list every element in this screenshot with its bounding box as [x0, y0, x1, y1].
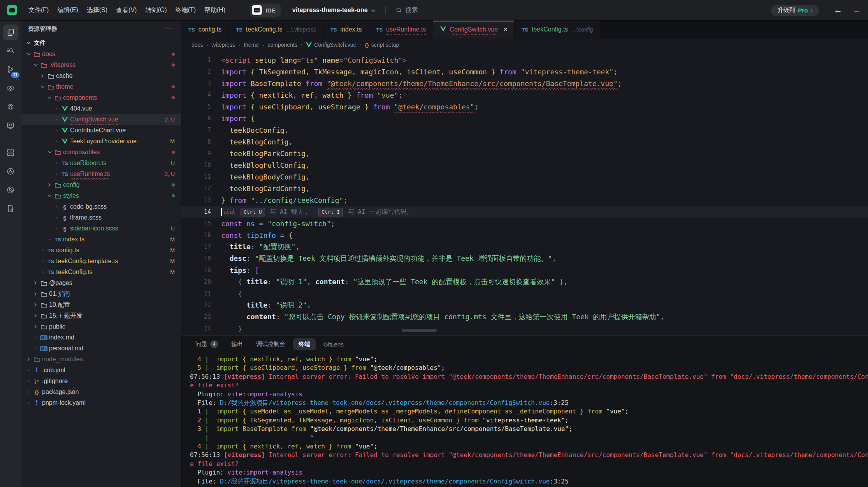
tree-item-config[interactable]: config	[21, 179, 181, 190]
tree-item-404.vue[interactable]: 404.vue	[21, 103, 181, 114]
code-editor[interactable]: 1<script setup lang="ts" name="ConfigSwi…	[181, 51, 868, 335]
tree-item-index.md[interactable]: M↓index.md	[21, 332, 181, 343]
breadcrumb-item-.vitepress[interactable]: .vitepress	[212, 42, 235, 48]
breadcrumb-item-script setup[interactable]: {}script setup	[365, 42, 399, 48]
tree-item-cache[interactable]: cache	[21, 70, 181, 81]
panel-tab-调试控制台[interactable]: 调试控制台	[251, 338, 291, 350]
breadcrumb-item-theme[interactable]: theme	[244, 42, 259, 48]
code-line-3[interactable]: 3import BaseTemplate from "@teek/compone…	[181, 77, 868, 89]
tree-item-index.ts[interactable]: TSindex.tsM	[21, 234, 181, 245]
upgrade-pro-button[interactable]: 升级到 Pro ›	[771, 5, 819, 16]
activity-gitlens-button[interactable]	[3, 182, 18, 198]
menu-item-6[interactable]: 帮助(H)	[200, 4, 230, 17]
tab-index.ts[interactable]: TSindex.ts	[323, 21, 369, 39]
code-line-12[interactable]: 12 teekBlogCardConfig,	[181, 183, 868, 194]
panel-tab-GitLens[interactable]: GitLens	[318, 339, 349, 350]
panel-tab-问题[interactable]: 问题4	[190, 338, 223, 350]
explorer-actions-icon[interactable]: ···	[165, 25, 174, 32]
tree-item-.gitignore[interactable]: .gitignore	[21, 376, 181, 387]
activity-preview-button[interactable]	[3, 81, 18, 96]
tree-item-.cnb.yml[interactable]: !.cnb.yml	[21, 365, 181, 376]
tab-ConfigSwitch.vue[interactable]: ConfigSwitch.vue×	[433, 21, 515, 39]
breadcrumb-item-docs[interactable]: docs	[192, 42, 203, 48]
activity-settings-file-button[interactable]	[3, 201, 18, 216]
code-line-15[interactable]: 15const ns = "config-switch";	[181, 218, 868, 229]
breadcrumb-item-ConfigSwitch.vue[interactable]: ConfigSwitch.vue	[306, 42, 356, 48]
activity-extensions-button[interactable]	[3, 145, 18, 160]
tree-item-code-bg.scss[interactable]: §code-bg.scss	[21, 201, 181, 212]
global-search-button[interactable]: 搜索	[396, 6, 418, 14]
code-line-18[interactable]: 18 desc: "配置切换是 Teek 文档项目通过插槽额外实现的功能，并非是…	[181, 253, 868, 264]
menu-item-5[interactable]: 终端(T)	[171, 4, 200, 17]
tree-item-styles[interactable]: styles	[21, 190, 181, 201]
project-selector[interactable]: vitepress-theme-teek-one	[292, 7, 375, 14]
tab-config.ts[interactable]: TSconfig.ts	[181, 21, 229, 39]
code-line-8[interactable]: 8 teekBlogConfig,	[181, 136, 868, 148]
tree-item-.vitepress[interactable]: .vitepress	[21, 60, 181, 70]
tree-item-sidebar-icon.scss[interactable]: §sidebar-icon.scssU	[21, 223, 181, 234]
tree-item-package.json[interactable]: {}package.json	[21, 387, 181, 397]
tree-item-ConfigSwitch.vue[interactable]: ConfigSwitch.vue2, U	[21, 114, 181, 125]
code-line-14[interactable]: 14试试 Ctrl U 与 AI 聊天， Ctrl I 与 AI 一起编写代码。	[181, 206, 868, 218]
tab-teekConfig.ts[interactable]: TSteekConfig.ts...\config	[515, 21, 600, 39]
tree-item-components[interactable]: components	[21, 92, 181, 103]
code-line-9[interactable]: 9 teekBlogParkConfig,	[181, 148, 868, 159]
back-arrow-button[interactable]: ←	[834, 5, 842, 15]
code-line-16[interactable]: 16const tipInfo = {	[181, 229, 868, 241]
ide-mode-button[interactable]: IDE	[250, 4, 281, 17]
code-line-7[interactable]: 7 teekDocConfig,	[181, 124, 868, 136]
code-line-2[interactable]: 2import { TkSegmented, TkMessage, magicI…	[181, 66, 868, 77]
activity-remote-button[interactable]	[3, 118, 18, 134]
tree-item-composables[interactable]: composables	[21, 147, 181, 158]
code-line-20[interactable]: 20 { title: "说明 1", content: "这里预设了一些 Te…	[181, 276, 868, 288]
breadcrumb-item-components[interactable]: components	[267, 42, 297, 48]
menu-item-0[interactable]: 文件(F)	[24, 4, 53, 17]
code-line-13[interactable]: 13} from "../config/teekConfig";	[181, 194, 868, 206]
tree-item-@pages[interactable]: @pages	[21, 278, 181, 288]
tree-item-10.配置[interactable]: 10.配置	[21, 299, 181, 310]
tree-item-docs[interactable]: docs	[21, 49, 181, 60]
panel-tab-终端[interactable]: 终端	[293, 338, 316, 350]
tree-item-theme[interactable]: theme	[21, 81, 181, 92]
menu-item-4[interactable]: 转到(G)	[141, 4, 171, 17]
code-line-1[interactable]: 1<script setup lang="ts" name="ConfigSwi…	[181, 54, 868, 66]
activity-source-control-button[interactable]: 11	[3, 62, 18, 77]
tree-item-personal.md[interactable]: M↓personal.md	[21, 343, 181, 354]
activity-git-graph-button[interactable]	[3, 164, 18, 179]
code-line-24[interactable]: 24 }	[181, 323, 868, 334]
tree-item-iframe.scss[interactable]: §iframe.scss	[21, 212, 181, 223]
tree-item-useRibbon.ts[interactable]: TSuseRibbon.tsU	[21, 158, 181, 169]
menu-item-2[interactable]: 选择(S)	[83, 4, 112, 17]
code-line-11[interactable]: 11 teekBlogBodyConfig,	[181, 171, 868, 183]
code-line-17[interactable]: 17 title: "配置切换",	[181, 241, 868, 253]
app-logo-icon[interactable]	[7, 5, 17, 15]
tree-item-TeekLayoutProvider.vue[interactable]: TeekLayoutProvider.vueM	[21, 136, 181, 147]
tab-useRuntime.ts[interactable]: TSuseRuntime.ts	[369, 21, 433, 39]
activity-debug-button[interactable]	[3, 99, 18, 115]
code-line-21[interactable]: 21 {	[181, 288, 868, 299]
activity-search-button[interactable]	[3, 43, 18, 59]
code-line-19[interactable]: 19 tips: [	[181, 264, 868, 276]
tab-teekConfig.ts[interactable]: TSteekConfig.ts...\.vitepress	[229, 21, 323, 39]
tree-item-pnpm-lock.yaml[interactable]: !pnpm-lock.yaml	[21, 397, 181, 408]
code-line-6[interactable]: 6import {	[181, 113, 868, 124]
code-line-22[interactable]: 22 title: "说明 2",	[181, 299, 868, 311]
code-line-4[interactable]: 4import { nextTick, ref, watch } from "v…	[181, 89, 868, 101]
tab-close-icon[interactable]: ×	[504, 26, 507, 33]
explorer-section-files[interactable]: 文件	[21, 37, 181, 49]
horizontal-scrollbar-thumb[interactable]	[402, 329, 437, 332]
tree-item-public[interactable]: public	[21, 321, 181, 332]
terminal-output[interactable]: 4 | import { nextTick, ref, watch } from…	[181, 353, 868, 487]
menu-item-3[interactable]: 查看(V)	[112, 4, 141, 17]
tree-item-node_modules[interactable]: node_modules	[21, 354, 181, 365]
activity-explorer-button[interactable]	[3, 25, 18, 40]
tree-item-15.主题开发[interactable]: 15.主题开发	[21, 310, 181, 321]
tree-item-useRuntime.ts[interactable]: TSuseRuntime.ts2, U	[21, 169, 181, 179]
tree-item-teekConfig.template.ts[interactable]: TSteekConfig.template.tsM	[21, 256, 181, 267]
code-line-10[interactable]: 10 teekBlogFullConfig,	[181, 159, 868, 171]
forward-arrow-button[interactable]: →	[852, 5, 861, 15]
code-line-23[interactable]: 23 content: "您可以点击 Copy 按钮来复制配置项到您的项目 co…	[181, 311, 868, 323]
menu-item-1[interactable]: 编辑(E)	[53, 4, 82, 17]
tree-item-ContributeChart.vue[interactable]: ContributeChart.vue	[21, 125, 181, 136]
panel-tab-输出[interactable]: 输出	[226, 338, 248, 350]
